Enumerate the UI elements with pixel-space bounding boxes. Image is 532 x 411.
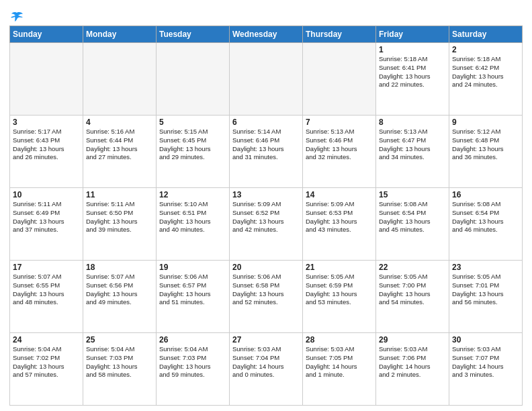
day-cell: 19Sunrise: 5:06 AM Sunset: 6:57 PM Dayli… — [157, 260, 230, 332]
day-cell: 28Sunrise: 5:03 AM Sunset: 7:05 PM Dayli… — [303, 332, 376, 405]
day-info: Sunrise: 5:11 AM Sunset: 6:50 PM Dayligh… — [86, 200, 153, 234]
day-number: 4 — [86, 118, 153, 127]
day-info: Sunrise: 5:05 AM Sunset: 7:00 PM Dayligh… — [379, 273, 446, 307]
logo — [9, 9, 24, 21]
header-row: SundayMondayTuesdayWednesdayThursdayFrid… — [10, 26, 523, 42]
day-cell: 20Sunrise: 5:06 AM Sunset: 6:58 PM Dayli… — [230, 260, 303, 332]
day-cell: 29Sunrise: 5:03 AM Sunset: 7:06 PM Dayli… — [376, 332, 449, 405]
header-cell-tuesday: Tuesday — [157, 26, 230, 42]
day-number: 17 — [13, 263, 80, 272]
day-info: Sunrise: 5:04 AM Sunset: 7:02 PM Dayligh… — [13, 345, 80, 379]
day-cell: 14Sunrise: 5:09 AM Sunset: 6:53 PM Dayli… — [303, 187, 376, 260]
day-cell: 12Sunrise: 5:10 AM Sunset: 6:51 PM Dayli… — [157, 187, 230, 260]
header-cell-sunday: Sunday — [10, 26, 83, 42]
day-cell: 24Sunrise: 5:04 AM Sunset: 7:02 PM Dayli… — [10, 332, 83, 405]
week-row-0: 1Sunrise: 5:18 AM Sunset: 6:41 PM Daylig… — [10, 42, 523, 115]
week-row-2: 10Sunrise: 5:11 AM Sunset: 6:49 PM Dayli… — [10, 187, 523, 260]
day-cell: 11Sunrise: 5:11 AM Sunset: 6:50 PM Dayli… — [83, 187, 157, 260]
day-cell: 30Sunrise: 5:03 AM Sunset: 7:07 PM Dayli… — [449, 332, 523, 405]
day-number: 9 — [452, 118, 519, 127]
day-number: 2 — [452, 45, 519, 54]
day-cell: 2Sunrise: 5:18 AM Sunset: 6:42 PM Daylig… — [449, 42, 523, 115]
day-number: 6 — [232, 118, 300, 127]
day-number: 30 — [452, 335, 519, 345]
day-info: Sunrise: 5:06 AM Sunset: 6:58 PM Dayligh… — [232, 273, 300, 307]
day-cell — [157, 42, 230, 115]
header-cell-thursday: Thursday — [303, 26, 376, 42]
day-number: 13 — [232, 190, 300, 199]
day-info: Sunrise: 5:08 AM Sunset: 6:54 PM Dayligh… — [379, 200, 446, 234]
day-cell: 21Sunrise: 5:05 AM Sunset: 6:59 PM Dayli… — [303, 260, 376, 332]
day-info: Sunrise: 5:03 AM Sunset: 7:07 PM Dayligh… — [452, 345, 519, 379]
day-cell: 22Sunrise: 5:05 AM Sunset: 7:00 PM Dayli… — [376, 260, 449, 332]
day-number: 28 — [306, 335, 373, 345]
day-cell: 23Sunrise: 5:05 AM Sunset: 7:01 PM Dayli… — [449, 260, 523, 332]
day-number: 26 — [159, 335, 226, 345]
logo-bird-icon — [10, 11, 24, 22]
day-cell: 17Sunrise: 5:07 AM Sunset: 6:55 PM Dayli… — [10, 260, 83, 332]
day-cell: 16Sunrise: 5:08 AM Sunset: 6:54 PM Dayli… — [449, 187, 523, 260]
day-cell: 1Sunrise: 5:18 AM Sunset: 6:41 PM Daylig… — [376, 42, 449, 115]
day-info: Sunrise: 5:15 AM Sunset: 6:45 PM Dayligh… — [159, 128, 226, 162]
day-cell: 13Sunrise: 5:09 AM Sunset: 6:52 PM Dayli… — [230, 187, 303, 260]
day-number: 8 — [379, 118, 446, 127]
day-info: Sunrise: 5:18 AM Sunset: 6:41 PM Dayligh… — [379, 55, 446, 89]
day-cell: 4Sunrise: 5:16 AM Sunset: 6:44 PM Daylig… — [83, 115, 157, 187]
day-number: 19 — [159, 263, 226, 272]
week-row-3: 17Sunrise: 5:07 AM Sunset: 6:55 PM Dayli… — [10, 260, 523, 332]
day-cell — [83, 42, 157, 115]
day-number: 14 — [306, 190, 373, 199]
day-info: Sunrise: 5:09 AM Sunset: 6:52 PM Dayligh… — [232, 200, 300, 234]
day-cell — [10, 42, 83, 115]
day-number: 22 — [379, 263, 446, 272]
day-cell: 27Sunrise: 5:03 AM Sunset: 7:04 PM Dayli… — [230, 332, 303, 405]
day-number: 12 — [159, 190, 226, 199]
day-cell: 6Sunrise: 5:14 AM Sunset: 6:46 PM Daylig… — [230, 115, 303, 187]
day-info: Sunrise: 5:12 AM Sunset: 6:48 PM Dayligh… — [452, 128, 519, 162]
day-info: Sunrise: 5:11 AM Sunset: 6:49 PM Dayligh… — [13, 200, 80, 234]
day-number: 7 — [306, 118, 373, 127]
day-number: 23 — [452, 263, 519, 272]
day-cell: 25Sunrise: 5:04 AM Sunset: 7:03 PM Dayli… — [83, 332, 157, 405]
calendar-body: 1Sunrise: 5:18 AM Sunset: 6:41 PM Daylig… — [10, 42, 523, 405]
day-info: Sunrise: 5:16 AM Sunset: 6:44 PM Dayligh… — [86, 128, 153, 162]
day-info: Sunrise: 5:18 AM Sunset: 6:42 PM Dayligh… — [452, 55, 519, 89]
day-cell — [303, 42, 376, 115]
day-info: Sunrise: 5:05 AM Sunset: 6:59 PM Dayligh… — [306, 273, 373, 307]
day-cell: 8Sunrise: 5:13 AM Sunset: 6:47 PM Daylig… — [376, 115, 449, 187]
calendar-header: SundayMondayTuesdayWednesdayThursdayFrid… — [10, 26, 523, 42]
day-info: Sunrise: 5:04 AM Sunset: 7:03 PM Dayligh… — [159, 345, 226, 379]
day-info: Sunrise: 5:10 AM Sunset: 6:51 PM Dayligh… — [159, 200, 226, 234]
header — [9, 7, 523, 21]
day-info: Sunrise: 5:03 AM Sunset: 7:04 PM Dayligh… — [232, 345, 300, 379]
day-number: 10 — [13, 190, 80, 199]
day-info: Sunrise: 5:08 AM Sunset: 6:54 PM Dayligh… — [452, 200, 519, 234]
day-info: Sunrise: 5:04 AM Sunset: 7:03 PM Dayligh… — [86, 345, 153, 379]
header-cell-saturday: Saturday — [449, 26, 523, 42]
day-number: 15 — [379, 190, 446, 199]
day-info: Sunrise: 5:17 AM Sunset: 6:43 PM Dayligh… — [13, 128, 80, 162]
day-number: 21 — [306, 263, 373, 272]
day-number: 1 — [379, 45, 446, 54]
day-info: Sunrise: 5:14 AM Sunset: 6:46 PM Dayligh… — [232, 128, 300, 162]
day-cell: 10Sunrise: 5:11 AM Sunset: 6:49 PM Dayli… — [10, 187, 83, 260]
day-cell: 7Sunrise: 5:13 AM Sunset: 6:46 PM Daylig… — [303, 115, 376, 187]
day-number: 20 — [232, 263, 300, 272]
day-cell: 3Sunrise: 5:17 AM Sunset: 6:43 PM Daylig… — [10, 115, 83, 187]
day-number: 24 — [13, 335, 80, 345]
day-info: Sunrise: 5:13 AM Sunset: 6:46 PM Dayligh… — [306, 128, 373, 162]
day-number: 3 — [13, 118, 80, 127]
day-cell: 5Sunrise: 5:15 AM Sunset: 6:45 PM Daylig… — [157, 115, 230, 187]
day-cell: 15Sunrise: 5:08 AM Sunset: 6:54 PM Dayli… — [376, 187, 449, 260]
day-info: Sunrise: 5:07 AM Sunset: 6:55 PM Dayligh… — [13, 273, 80, 307]
day-cell: 26Sunrise: 5:04 AM Sunset: 7:03 PM Dayli… — [157, 332, 230, 405]
calendar-table: SundayMondayTuesdayWednesdayThursdayFrid… — [9, 26, 523, 406]
day-number: 5 — [159, 118, 226, 127]
day-number: 16 — [452, 190, 519, 199]
header-cell-monday: Monday — [83, 26, 157, 42]
week-row-4: 24Sunrise: 5:04 AM Sunset: 7:02 PM Dayli… — [10, 332, 523, 405]
day-number: 29 — [379, 335, 446, 345]
day-info: Sunrise: 5:03 AM Sunset: 7:06 PM Dayligh… — [379, 345, 446, 379]
day-info: Sunrise: 5:05 AM Sunset: 7:01 PM Dayligh… — [452, 273, 519, 307]
page: SundayMondayTuesdayWednesdayThursdayFrid… — [0, 0, 532, 411]
